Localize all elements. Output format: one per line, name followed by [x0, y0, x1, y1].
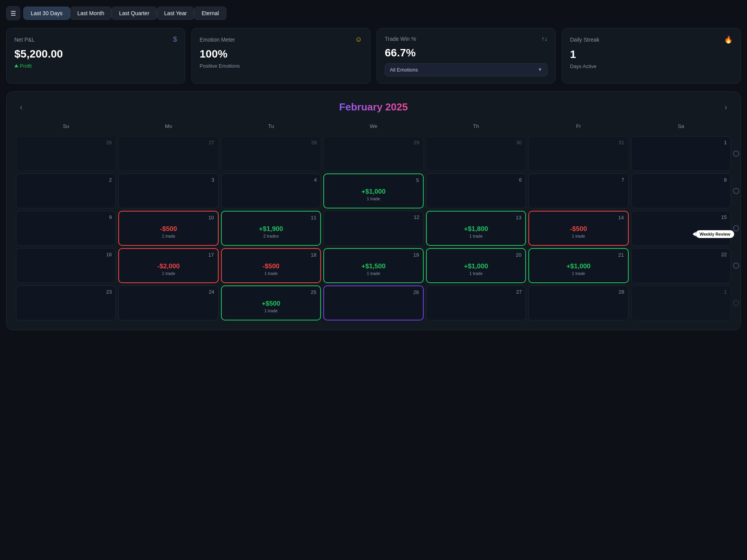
- net-pnl-icon: $: [173, 35, 177, 44]
- sidebar-toggle-button[interactable]: ☰: [6, 6, 20, 20]
- weekly-review-wrapper: 15Weekly Review: [631, 211, 731, 246]
- calendar-date: 10: [123, 215, 214, 220]
- calendar-pnl: +$1,900: [226, 225, 316, 233]
- calendar-date: 25: [226, 289, 316, 295]
- calendar-date: 28: [225, 140, 317, 145]
- calendar-date: 18: [226, 252, 316, 258]
- calendar-cell: 27: [118, 136, 218, 171]
- daily-streak-label: Daily Streak: [570, 37, 599, 43]
- net-pnl-card: Net P&L $ $5,200.00 Profit: [6, 28, 185, 84]
- calendar-date: 24: [123, 289, 214, 295]
- calendar-date: 1: [635, 140, 727, 145]
- calendar-cell: 26: [323, 285, 423, 320]
- net-pnl-header: Net P&L $: [14, 35, 177, 44]
- stats-row: Net P&L $ $5,200.00 Profit Emotion Meter…: [6, 28, 741, 84]
- streak-icon: 🔥: [724, 35, 733, 44]
- calendar-cell[interactable]: 18-$5001 trade: [221, 248, 321, 283]
- weekly-review-badge[interactable]: Weekly Review: [696, 230, 734, 238]
- calendar-trades: 1 trade: [123, 234, 214, 238]
- calendar-cell: 22: [631, 248, 731, 283]
- calendar-cell[interactable]: 19+$1,5001 trade: [323, 248, 423, 283]
- calendar-pnl: +$1,000: [431, 262, 521, 270]
- daily-streak-value: 1: [570, 48, 733, 61]
- calendar-cell: 27: [426, 285, 526, 320]
- calendar-cell[interactable]: 10-$5001 trade: [118, 211, 218, 246]
- net-pnl-profit: Profit: [14, 63, 177, 69]
- net-pnl-value: $5,200.00: [14, 47, 177, 61]
- calendar-date: 16: [20, 252, 112, 257]
- calendar-cell[interactable]: 11+$1,9002 trades: [221, 211, 321, 246]
- calendar-cell[interactable]: 5+$1,0001 trade: [323, 173, 423, 208]
- dropdown-arrow-icon: ▼: [538, 67, 542, 72]
- calendar-cell: 24: [118, 285, 218, 320]
- calendar-date: 9: [20, 214, 112, 220]
- calendar-cell[interactable]: 13+$1,8001 trade: [426, 211, 526, 246]
- calendar-date: 31: [533, 140, 624, 145]
- calendar-pnl: +$500: [226, 300, 316, 308]
- calendar-cell: 30: [426, 136, 526, 171]
- daily-streak-sub: Days Active: [570, 63, 733, 69]
- calendar-trades: 1 trade: [431, 234, 521, 238]
- calendar-date: 26: [328, 289, 419, 295]
- tab-last-30-days[interactable]: Last 30 Days: [23, 7, 70, 20]
- calendar-cell[interactable]: 14-$5001 trade: [528, 211, 628, 246]
- calendar-cell: 23: [16, 285, 116, 320]
- tab-eternal[interactable]: Eternal: [194, 7, 226, 20]
- trade-win-label: Trade Win %: [385, 36, 416, 42]
- calendar-cell[interactable]: 25+$5001 trade: [221, 285, 321, 320]
- calendar-trades: 1 trade: [533, 234, 624, 238]
- calendar-pnl: -$500: [226, 262, 316, 270]
- trade-win-card: Trade Win % ↑↓ 66.7% All Emotions ▼: [377, 28, 556, 84]
- calendar-day-header: We: [323, 121, 423, 134]
- week-circle-icon[interactable]: [733, 300, 739, 306]
- tab-last-month[interactable]: Last Month: [70, 7, 112, 20]
- tab-last-quarter[interactable]: Last Quarter: [112, 7, 157, 20]
- calendar-date: 26: [20, 140, 112, 145]
- time-period-tabs: Last 30 DaysLast MonthLast QuarterLast Y…: [23, 7, 226, 20]
- calendar-prev-button[interactable]: ‹: [16, 101, 26, 113]
- calendar-cell: 28: [528, 285, 628, 320]
- tab-last-year[interactable]: Last Year: [157, 7, 194, 20]
- calendar-next-icon: ›: [724, 103, 727, 111]
- calendar-date: 13: [431, 215, 521, 220]
- daily-streak-header: Daily Streak 🔥: [570, 35, 733, 44]
- emotions-dropdown-label: All Emotions: [390, 67, 418, 73]
- calendar-date: 28: [533, 289, 624, 295]
- week-circle-icon[interactable]: [733, 188, 739, 194]
- calendar-date: 11: [226, 215, 316, 220]
- calendar-section: ‹ February 2025 › SuMoTuWeThFrSa26272829…: [6, 91, 741, 330]
- calendar-cell[interactable]: 21+$1,0001 trade: [528, 248, 628, 283]
- calendar-cell[interactable]: 20+$1,0001 trade: [426, 248, 526, 283]
- emotions-dropdown[interactable]: All Emotions ▼: [385, 63, 547, 76]
- calendar-next-button[interactable]: ›: [721, 101, 731, 113]
- calendar-cell: 8: [631, 173, 731, 208]
- calendar-cell: 12: [323, 211, 423, 246]
- calendar-date: 15: [635, 214, 727, 220]
- calendar-cell: 6: [426, 173, 526, 208]
- calendar-date: 22: [635, 252, 727, 257]
- calendar-pnl: -$500: [123, 225, 214, 233]
- calendar-cell[interactable]: 17-$2,0001 trade: [118, 248, 218, 283]
- calendar-day-header: Th: [426, 121, 526, 134]
- week-circle-icon[interactable]: [733, 262, 739, 269]
- calendar-trades: 1 trade: [226, 271, 316, 276]
- calendar-trades: 2 trades: [226, 234, 316, 238]
- calendar-date: 20: [431, 252, 521, 258]
- calendar-cell: 15: [631, 211, 731, 246]
- emotion-icon: ☺: [355, 35, 362, 44]
- calendar-date: 14: [533, 215, 624, 220]
- calendar-trades: 1 trade: [123, 271, 214, 276]
- week-circle-icon[interactable]: [733, 225, 739, 231]
- calendar-date: 12: [328, 214, 419, 220]
- calendar-day-header: Su: [16, 121, 116, 134]
- calendar-cell: 9: [16, 211, 116, 246]
- calendar-date: 23: [20, 289, 112, 295]
- profit-label: Profit: [20, 63, 32, 69]
- calendar-cell: 3: [118, 173, 218, 208]
- week-circle-icon[interactable]: [733, 150, 739, 157]
- calendar-trades: 1 trade: [431, 271, 521, 276]
- emotion-meter-label: Emotion Meter: [200, 37, 235, 43]
- calendar-date: 27: [123, 140, 214, 145]
- calendar-cell: 31: [528, 136, 628, 171]
- calendar-date: 1: [635, 289, 727, 295]
